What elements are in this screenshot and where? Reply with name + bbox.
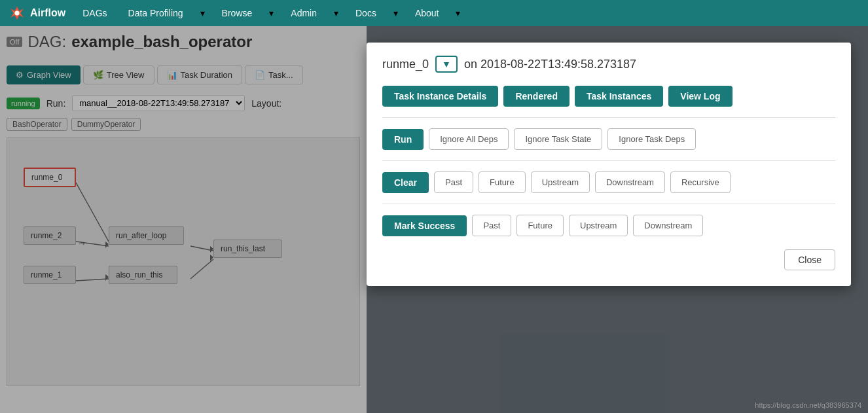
clear-button[interactable]: Clear [382, 172, 429, 193]
clear-upstream-button[interactable]: Upstream [531, 171, 590, 193]
divider-3 [382, 204, 835, 204]
mark-success-button[interactable]: Mark Success [382, 215, 467, 236]
nav-about[interactable]: About [411, 5, 443, 21]
nav-dags[interactable]: DAGs [79, 5, 111, 21]
airflow-logo-icon [8, 4, 26, 22]
brand: Airflow [8, 4, 65, 22]
view-log-button[interactable]: View Log [668, 86, 732, 107]
ignore-task-deps-button[interactable]: Ignore Task Deps [607, 128, 696, 150]
modal-footer: Close [382, 249, 835, 270]
nav-docs[interactable]: Docs [352, 5, 380, 21]
nav-browse[interactable]: Browse [218, 5, 257, 21]
task-instances-button[interactable]: Task Instances [575, 86, 663, 107]
brand-label: Airflow [30, 7, 65, 19]
run-button[interactable]: Run [382, 129, 424, 150]
clear-downstream-button[interactable]: Downstream [595, 171, 665, 193]
clear-past-button[interactable]: Past [434, 171, 473, 193]
run-buttons-row: Run Ignore All Deps Ignore Task State Ig… [382, 128, 835, 150]
clear-buttons-row: Clear Past Future Upstream Downstream Re… [382, 171, 835, 193]
modal-timestamp: on 2018-08-22T13:49:58.273187 [464, 58, 636, 71]
nav-data-profiling[interactable]: Data Profiling [124, 5, 187, 21]
navbar: Airflow DAGs Data Profiling ▾ Browse ▾ A… [0, 0, 868, 26]
action-buttons-row: Task Instance Details Rendered Task Inst… [382, 86, 835, 107]
filter-button[interactable]: ▼ [435, 56, 458, 73]
mark-success-downstream-button[interactable]: Downstream [633, 215, 703, 236]
mark-success-future-button[interactable]: Future [516, 215, 564, 236]
mark-success-past-button[interactable]: Past [472, 215, 511, 236]
svg-point-2 [15, 11, 20, 16]
ignore-task-state-button[interactable]: Ignore Task State [514, 128, 602, 150]
modal-task-name: runme_0 [382, 58, 429, 71]
mark-success-buttons-row: Mark Success Past Future Upstream Downst… [382, 215, 835, 236]
divider-1 [382, 117, 835, 118]
rendered-button[interactable]: Rendered [503, 86, 570, 107]
main-area: Off DAG: example_bash_operator ⚙ Graph V… [0, 26, 868, 413]
ignore-all-deps-button[interactable]: Ignore All Deps [429, 128, 509, 150]
modal-header: runme_0 ▼ on 2018-08-22T13:49:58.273187 [382, 56, 835, 73]
clear-future-button[interactable]: Future [479, 171, 526, 193]
mark-success-upstream-button[interactable]: Upstream [569, 215, 628, 236]
close-button[interactable]: Close [784, 249, 835, 270]
nav-admin[interactable]: Admin [287, 5, 321, 21]
clear-recursive-button[interactable]: Recursive [670, 171, 731, 193]
task-instance-details-button[interactable]: Task Instance Details [382, 86, 498, 107]
divider-2 [382, 160, 835, 161]
modal: runme_0 ▼ on 2018-08-22T13:49:58.273187 … [367, 43, 851, 286]
